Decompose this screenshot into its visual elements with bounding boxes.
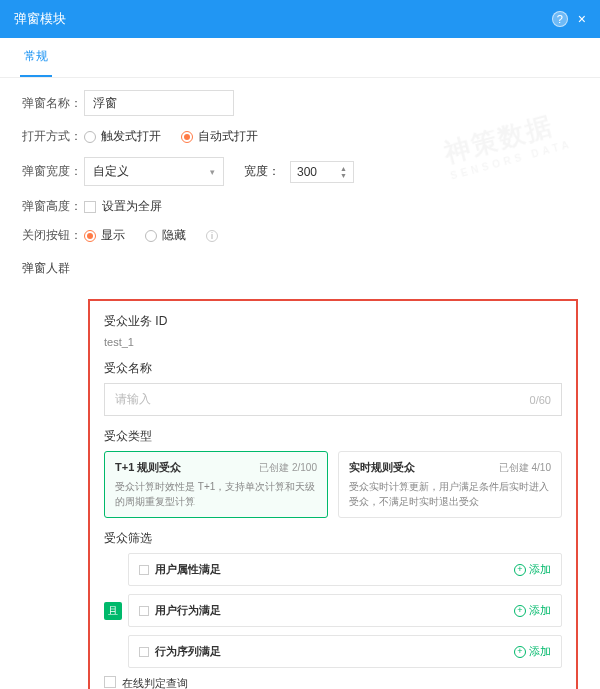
popup-width-label: 弹窗宽度： bbox=[22, 163, 84, 180]
close-icon[interactable]: × bbox=[578, 12, 586, 26]
close-button-label: 关闭按钮： bbox=[22, 227, 84, 244]
modal-title: 弹窗模块 bbox=[14, 10, 66, 28]
width-sub-label: 宽度： bbox=[244, 163, 280, 180]
plus-icon: + bbox=[514, 605, 526, 617]
filter-row-user-attr: 用户属性满足 + 添加 bbox=[128, 553, 562, 586]
open-mode-label: 打开方式： bbox=[22, 128, 84, 145]
plus-icon: + bbox=[514, 564, 526, 576]
modal-header: 弹窗模块 ? × bbox=[0, 0, 600, 38]
tabs: 常规 bbox=[0, 38, 600, 78]
radio-icon bbox=[145, 230, 157, 242]
checkbox-icon[interactable] bbox=[139, 565, 149, 575]
add-user-attr[interactable]: + 添加 bbox=[514, 562, 551, 577]
close-show[interactable]: 显示 bbox=[84, 227, 125, 244]
close-hide[interactable]: 隐藏 bbox=[145, 227, 186, 244]
add-user-behavior[interactable]: + 添加 bbox=[514, 603, 551, 618]
open-mode-auto[interactable]: 自动式打开 bbox=[181, 128, 258, 145]
audience-name-input[interactable]: 请输入 0/60 bbox=[104, 383, 562, 416]
radio-icon bbox=[84, 131, 96, 143]
plus-icon: + bbox=[514, 646, 526, 658]
filter-row-behavior-sequence: 行为序列满足 + 添加 bbox=[128, 635, 562, 668]
online-check-label: 在线判定查询 bbox=[122, 676, 342, 689]
popup-name-label: 弹窗名称： bbox=[22, 95, 84, 112]
filter-label: 受众筛选 bbox=[104, 530, 562, 547]
online-check[interactable] bbox=[104, 676, 116, 688]
checkbox-icon[interactable] bbox=[139, 606, 149, 616]
biz-id-label: 受众业务 ID bbox=[104, 313, 562, 330]
and-chip: 且 bbox=[104, 602, 122, 620]
open-mode-trigger[interactable]: 触发式打开 bbox=[84, 128, 161, 145]
popup-width-select[interactable]: 自定义 ▾ bbox=[84, 157, 224, 186]
popup-name-input[interactable] bbox=[84, 90, 234, 116]
info-icon[interactable]: i bbox=[206, 230, 218, 242]
audience-section-label: 弹窗人群 bbox=[22, 260, 84, 277]
filter-row-user-behavior: 用户行为满足 + 添加 bbox=[128, 594, 562, 627]
help-icon[interactable]: ? bbox=[552, 11, 568, 27]
fullscreen-checkbox[interactable] bbox=[84, 201, 96, 213]
audience-type-label: 受众类型 bbox=[104, 428, 562, 445]
popup-height-label: 弹窗高度： bbox=[22, 198, 84, 215]
radio-icon bbox=[84, 230, 96, 242]
audience-name-label: 受众名称 bbox=[104, 360, 562, 377]
form-area: 弹窗名称： 打开方式： 触发式打开 自动式打开 弹窗宽度： 自定义 ▾ 宽度： … bbox=[0, 78, 600, 299]
chevron-up-icon[interactable]: ▲ bbox=[340, 165, 347, 172]
checkbox-icon[interactable] bbox=[139, 647, 149, 657]
audience-panel: 受众业务 ID test_1 受众名称 请输入 0/60 受众类型 T+1 规则… bbox=[88, 299, 578, 689]
radio-icon bbox=[181, 131, 193, 143]
tab-general[interactable]: 常规 bbox=[20, 38, 52, 77]
char-counter: 0/60 bbox=[530, 394, 551, 406]
type-card-realtime[interactable]: 实时规则受众 已创建 4/10 受众实时计算更新，用户满足条件后实时进入受众，不… bbox=[338, 451, 562, 518]
biz-id-value: test_1 bbox=[104, 336, 562, 348]
add-behavior-seq[interactable]: + 添加 bbox=[514, 644, 551, 659]
chevron-down-icon[interactable]: ▼ bbox=[340, 172, 347, 179]
type-card-t1[interactable]: T+1 规则受众 已创建 2/100 受众计算时效性是 T+1，支持单次计算和天… bbox=[104, 451, 328, 518]
width-stepper[interactable]: 300 ▲▼ bbox=[290, 161, 354, 183]
chevron-down-icon: ▾ bbox=[210, 167, 215, 177]
